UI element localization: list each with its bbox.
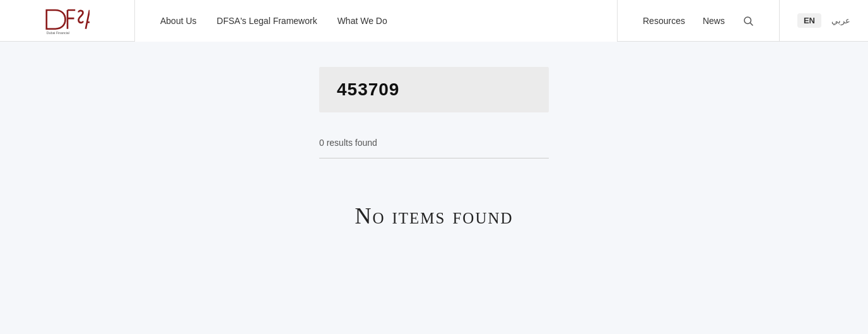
results-count: 0 results found: [319, 138, 549, 158]
search-query-container: 453709: [319, 67, 549, 112]
nav-left: About Us DFSA's Legal Framework What We …: [134, 0, 617, 42]
nav-what-we-do[interactable]: What We Do: [337, 16, 387, 26]
results-section: 0 results found: [0, 112, 868, 171]
lang-en-button[interactable]: EN: [797, 13, 821, 28]
search-icon-button[interactable]: [742, 15, 754, 27]
nav-news[interactable]: News: [703, 16, 725, 26]
search-icon: [742, 15, 754, 27]
dfsa-logo[interactable]: Dubai Financial: [45, 5, 90, 37]
logo-area: Dubai Financial: [0, 0, 134, 42]
lang-ar-button[interactable]: عربي: [831, 16, 850, 25]
nav-right: Resources News: [617, 0, 780, 42]
header: Dubai Financial About Us DFSA's Legal Fr…: [0, 0, 868, 42]
nav-resources[interactable]: Resources: [643, 16, 685, 26]
main-content: 453709 0 results found No items found: [0, 42, 868, 334]
language-switcher: EN عربي: [780, 13, 868, 28]
no-items-title: No items found: [355, 203, 513, 229]
search-query-text: 453709: [337, 80, 399, 99]
no-items-section: No items found: [0, 171, 868, 248]
svg-text:Dubai Financial: Dubai Financial: [46, 31, 69, 35]
svg-line-2: [750, 23, 753, 25]
svg-point-1: [744, 17, 751, 24]
nav-about-us[interactable]: About Us: [160, 16, 197, 26]
nav-legal-framework[interactable]: DFSA's Legal Framework: [217, 16, 317, 26]
